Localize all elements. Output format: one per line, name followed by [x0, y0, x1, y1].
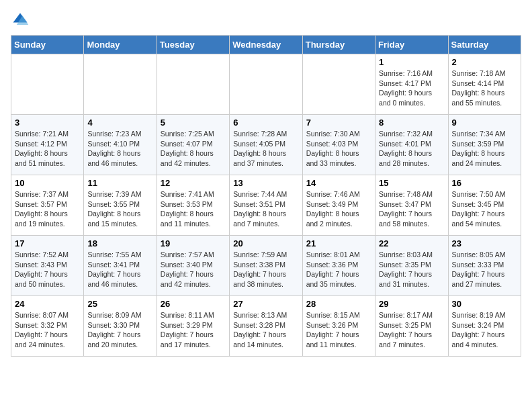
calendar-cell: 27Sunrise: 8:13 AMSunset: 3:28 PMDayligh… — [230, 296, 302, 357]
logo — [11, 11, 32, 30]
day-number: 10 — [15, 178, 80, 188]
day-info: Sunrise: 8:05 AMSunset: 3:33 PMDaylight:… — [452, 250, 517, 289]
calendar-cell — [230, 54, 302, 115]
calendar-cell: 5Sunrise: 7:25 AMSunset: 4:07 PMDaylight… — [157, 115, 229, 175]
weekday-header-friday: Friday — [375, 36, 448, 54]
calendar-cell: 23Sunrise: 8:05 AMSunset: 3:33 PMDayligh… — [448, 236, 521, 296]
calendar-cell: 10Sunrise: 7:37 AMSunset: 3:57 PMDayligh… — [11, 175, 84, 236]
calendar-cell: 1Sunrise: 7:16 AMSunset: 4:17 PMDaylight… — [375, 54, 448, 115]
day-number: 6 — [233, 118, 298, 128]
calendar-cell: 17Sunrise: 7:52 AMSunset: 3:43 PMDayligh… — [11, 236, 84, 296]
day-number: 5 — [161, 118, 226, 128]
day-number: 24 — [15, 299, 80, 309]
calendar-cell — [11, 54, 84, 115]
calendar-week-1: 1Sunrise: 7:16 AMSunset: 4:17 PMDaylight… — [11, 54, 521, 115]
day-number: 2 — [452, 57, 517, 67]
weekday-header-saturday: Saturday — [448, 36, 521, 54]
day-info: Sunrise: 8:07 AMSunset: 3:32 PMDaylight:… — [15, 310, 80, 350]
calendar-cell: 15Sunrise: 7:48 AMSunset: 3:47 PMDayligh… — [375, 175, 448, 236]
day-info: Sunrise: 7:57 AMSunset: 3:40 PMDaylight:… — [161, 250, 226, 289]
day-number: 25 — [87, 299, 152, 309]
day-info: Sunrise: 8:13 AMSunset: 3:28 PMDaylight:… — [233, 310, 298, 350]
day-info: Sunrise: 7:28 AMSunset: 4:05 PMDaylight:… — [233, 129, 298, 169]
weekday-header-monday: Monday — [84, 36, 157, 54]
day-info: Sunrise: 8:09 AMSunset: 3:30 PMDaylight:… — [87, 310, 152, 350]
calendar-cell: 2Sunrise: 7:18 AMSunset: 4:14 PMDaylight… — [448, 54, 521, 115]
calendar-cell: 24Sunrise: 8:07 AMSunset: 3:32 PMDayligh… — [11, 296, 84, 357]
day-info: Sunrise: 7:23 AMSunset: 4:10 PMDaylight:… — [87, 129, 152, 169]
day-number: 13 — [233, 178, 298, 188]
day-info: Sunrise: 8:11 AMSunset: 3:29 PMDaylight:… — [161, 310, 226, 350]
day-number: 20 — [233, 238, 298, 248]
calendar-cell: 13Sunrise: 7:44 AMSunset: 3:51 PMDayligh… — [230, 175, 302, 236]
calendar-cell: 7Sunrise: 7:30 AMSunset: 4:03 PMDaylight… — [302, 115, 375, 175]
calendar-cell: 3Sunrise: 7:21 AMSunset: 4:12 PMDaylight… — [11, 115, 84, 175]
day-info: Sunrise: 7:30 AMSunset: 4:03 PMDaylight:… — [306, 129, 371, 169]
day-info: Sunrise: 7:25 AMSunset: 4:07 PMDaylight:… — [161, 129, 226, 169]
calendar-cell: 18Sunrise: 7:55 AMSunset: 3:41 PMDayligh… — [84, 236, 157, 296]
day-info: Sunrise: 8:17 AMSunset: 3:25 PMDaylight:… — [379, 310, 444, 350]
day-number: 29 — [379, 299, 444, 309]
calendar-cell: 8Sunrise: 7:32 AMSunset: 4:01 PMDaylight… — [375, 115, 448, 175]
day-number: 27 — [233, 299, 298, 309]
calendar-cell: 11Sunrise: 7:39 AMSunset: 3:55 PMDayligh… — [84, 175, 157, 236]
calendar-week-5: 24Sunrise: 8:07 AMSunset: 3:32 PMDayligh… — [11, 296, 521, 357]
day-info: Sunrise: 7:46 AMSunset: 3:49 PMDaylight:… — [306, 189, 371, 229]
calendar-cell: 21Sunrise: 8:01 AMSunset: 3:36 PMDayligh… — [302, 236, 375, 296]
day-info: Sunrise: 7:16 AMSunset: 4:17 PMDaylight:… — [379, 68, 444, 108]
day-info: Sunrise: 7:55 AMSunset: 3:41 PMDaylight:… — [87, 250, 152, 289]
day-info: Sunrise: 7:59 AMSunset: 3:38 PMDaylight:… — [233, 250, 298, 289]
day-info: Sunrise: 7:32 AMSunset: 4:01 PMDaylight:… — [379, 129, 444, 169]
calendar-cell — [157, 54, 229, 115]
day-info: Sunrise: 7:21 AMSunset: 4:12 PMDaylight:… — [15, 129, 80, 169]
calendar-cell: 19Sunrise: 7:57 AMSunset: 3:40 PMDayligh… — [157, 236, 229, 296]
day-number: 7 — [306, 118, 371, 128]
day-number: 26 — [161, 299, 226, 309]
weekday-header-tuesday: Tuesday — [157, 36, 229, 54]
calendar-cell: 30Sunrise: 8:19 AMSunset: 3:24 PMDayligh… — [448, 296, 521, 357]
day-number: 11 — [87, 178, 152, 188]
day-number: 8 — [379, 118, 444, 128]
day-number: 30 — [452, 299, 517, 309]
weekday-header-sunday: Sunday — [11, 36, 84, 54]
day-number: 22 — [379, 238, 444, 248]
day-number: 15 — [379, 178, 444, 188]
day-info: Sunrise: 7:37 AMSunset: 3:57 PMDaylight:… — [15, 189, 80, 229]
calendar-table: SundayMondayTuesdayWednesdayThursdayFrid… — [11, 35, 521, 357]
calendar-week-2: 3Sunrise: 7:21 AMSunset: 4:12 PMDaylight… — [11, 115, 521, 175]
day-number: 18 — [87, 238, 152, 248]
calendar-cell: 6Sunrise: 7:28 AMSunset: 4:05 PMDaylight… — [230, 115, 302, 175]
calendar-cell: 9Sunrise: 7:34 AMSunset: 3:59 PMDaylight… — [448, 115, 521, 175]
calendar-cell: 29Sunrise: 8:17 AMSunset: 3:25 PMDayligh… — [375, 296, 448, 357]
calendar-cell: 14Sunrise: 7:46 AMSunset: 3:49 PMDayligh… — [302, 175, 375, 236]
day-number: 4 — [87, 118, 152, 128]
calendar-cell: 4Sunrise: 7:23 AMSunset: 4:10 PMDaylight… — [84, 115, 157, 175]
day-info: Sunrise: 7:52 AMSunset: 3:43 PMDaylight:… — [15, 250, 80, 289]
day-number: 1 — [379, 57, 444, 67]
day-number: 14 — [306, 178, 371, 188]
day-info: Sunrise: 7:44 AMSunset: 3:51 PMDaylight:… — [233, 189, 298, 229]
calendar-cell: 25Sunrise: 8:09 AMSunset: 3:30 PMDayligh… — [84, 296, 157, 357]
day-info: Sunrise: 7:34 AMSunset: 3:59 PMDaylight:… — [452, 129, 517, 169]
calendar-cell: 12Sunrise: 7:41 AMSunset: 3:53 PMDayligh… — [157, 175, 229, 236]
weekday-header-wednesday: Wednesday — [230, 36, 302, 54]
weekday-header-thursday: Thursday — [302, 36, 375, 54]
day-info: Sunrise: 7:48 AMSunset: 3:47 PMDaylight:… — [379, 189, 444, 229]
calendar-week-4: 17Sunrise: 7:52 AMSunset: 3:43 PMDayligh… — [11, 236, 521, 296]
day-number: 28 — [306, 299, 371, 309]
day-number: 9 — [452, 118, 517, 128]
calendar-cell — [84, 54, 157, 115]
day-number: 16 — [452, 178, 517, 188]
day-number: 3 — [15, 118, 80, 128]
calendar-cell — [302, 54, 375, 115]
calendar-cell: 28Sunrise: 8:15 AMSunset: 3:26 PMDayligh… — [302, 296, 375, 357]
day-info: Sunrise: 8:19 AMSunset: 3:24 PMDaylight:… — [452, 310, 517, 350]
day-info: Sunrise: 7:39 AMSunset: 3:55 PMDaylight:… — [87, 189, 152, 229]
calendar-cell: 22Sunrise: 8:03 AMSunset: 3:35 PMDayligh… — [375, 236, 448, 296]
logo-icon — [11, 11, 30, 30]
day-info: Sunrise: 7:18 AMSunset: 4:14 PMDaylight:… — [452, 68, 517, 108]
calendar-cell: 16Sunrise: 7:50 AMSunset: 3:45 PMDayligh… — [448, 175, 521, 236]
day-info: Sunrise: 8:15 AMSunset: 3:26 PMDaylight:… — [306, 310, 371, 350]
day-number: 19 — [161, 238, 226, 248]
day-info: Sunrise: 7:41 AMSunset: 3:53 PMDaylight:… — [161, 189, 226, 229]
